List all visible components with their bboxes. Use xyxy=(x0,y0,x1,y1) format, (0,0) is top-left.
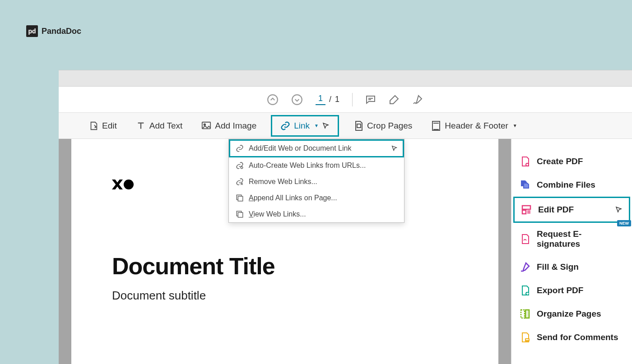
x-shape-icon xyxy=(112,180,123,189)
edit-button[interactable]: Edit xyxy=(84,118,121,134)
sidebar-item-label: Export PDF xyxy=(537,286,583,295)
crop-icon xyxy=(353,121,363,131)
image-icon xyxy=(201,121,211,131)
page-indicator: 1 / 1 xyxy=(316,94,339,105)
chevron-down-icon: ▼ xyxy=(314,123,319,128)
sidebar-create-pdf[interactable]: Create PDF xyxy=(511,150,632,173)
menu-item-label: Append All Links on Page... xyxy=(249,194,337,202)
cursor-icon xyxy=(322,122,330,129)
cursor-icon xyxy=(391,145,398,152)
svg-point-1 xyxy=(292,95,302,105)
link-append-icon xyxy=(235,194,244,203)
sidebar-edit-pdf[interactable]: Edit PDF xyxy=(513,197,630,223)
combine-files-icon xyxy=(520,180,530,190)
sidebar-item-label: Request E-signatures xyxy=(537,229,624,249)
sidebar-fill-sign[interactable]: Fill & Sign xyxy=(511,255,632,279)
sidebar-item-label: Fill & Sign xyxy=(537,262,579,272)
edit-toolbar: Edit Add Text Add Image Link ▼ xyxy=(59,113,632,139)
link-label: Link xyxy=(294,121,310,131)
canvas-area: Document Title Document subtitle Add/Edi… xyxy=(59,139,511,364)
menu-append-links[interactable]: Append All Links on Page... xyxy=(229,190,404,206)
svg-rect-9 xyxy=(238,212,243,217)
page-separator: / xyxy=(329,95,331,104)
fill-sign-icon xyxy=(520,262,530,272)
menu-item-label: Remove Web Links... xyxy=(249,178,317,186)
window-titlebar xyxy=(59,70,632,87)
menu-item-label: Add/Edit Web or Document Link xyxy=(249,144,351,152)
new-badge: NEW xyxy=(617,220,631,226)
sidebar-send-comments[interactable]: Send for Comments xyxy=(511,326,632,349)
page-current-input[interactable]: 1 xyxy=(316,94,325,105)
page-up-button[interactable] xyxy=(267,94,279,106)
menu-add-edit-link[interactable]: Add/Edit Web or Document Link xyxy=(229,139,404,157)
link-auto-icon xyxy=(235,161,244,170)
svg-point-5 xyxy=(241,166,243,169)
page-down-button[interactable] xyxy=(291,94,303,106)
link-button[interactable]: Link ▼ xyxy=(271,115,339,137)
organize-icon xyxy=(520,309,530,319)
svg-rect-11 xyxy=(522,206,530,209)
sidebar-item-label: Organize Pages xyxy=(537,309,601,319)
cursor-icon xyxy=(615,206,623,213)
nav-separator xyxy=(352,93,353,106)
header-footer-icon xyxy=(431,121,441,131)
create-pdf-icon xyxy=(520,156,530,167)
link-remove-icon xyxy=(235,177,244,186)
brand-name: PandaDoc xyxy=(42,27,81,36)
crop-pages-label: Crop Pages xyxy=(367,121,412,131)
svg-rect-7 xyxy=(238,196,243,201)
svg-rect-12 xyxy=(522,210,526,214)
esign-icon xyxy=(520,234,530,244)
menu-view-links[interactable]: View Web Links... xyxy=(229,206,404,222)
sidebar-request-esign[interactable]: Request E-signatures NEW xyxy=(511,223,632,255)
text-icon xyxy=(136,121,146,131)
sidebar-item-label: Create PDF xyxy=(537,157,583,166)
menu-auto-create-links[interactable]: Auto-Create Web Links from URLs... xyxy=(229,157,404,174)
chevron-down-icon: ▼ xyxy=(513,123,517,128)
export-pdf-icon xyxy=(520,285,530,296)
page-total: 1 xyxy=(335,95,339,104)
brand-logo-icon: pd xyxy=(26,25,38,37)
sidebar-item-label: Send for Comments xyxy=(537,332,618,342)
document-subtitle: Document subtitle xyxy=(112,289,458,303)
crop-pages-button[interactable]: Crop Pages xyxy=(349,118,417,134)
top-nav: 1 / 1 xyxy=(59,87,632,113)
edit-pdf-icon xyxy=(521,204,532,215)
header-footer-label: Header & Footer xyxy=(445,121,508,131)
menu-item-label: View Web Links... xyxy=(249,210,306,218)
app-frame: 1 / 1 Edit Add Text xyxy=(59,70,632,364)
link-add-icon xyxy=(235,144,244,153)
tools-sidebar: Create PDF Combine Files Edit PDF xyxy=(511,139,632,364)
sidebar-organize-pages[interactable]: Organize Pages xyxy=(511,302,632,326)
sign-icon[interactable] xyxy=(412,94,424,105)
sidebar-item-label: Combine Files xyxy=(537,180,595,190)
edit-label: Edit xyxy=(102,121,117,131)
add-text-button[interactable]: Add Text xyxy=(131,118,187,134)
svg-point-3 xyxy=(204,124,206,125)
sidebar-combine-files[interactable]: Combine Files xyxy=(511,173,632,197)
svg-rect-14 xyxy=(521,310,525,318)
link-icon xyxy=(280,121,290,131)
header-footer-button[interactable]: Header & Footer ▼ xyxy=(427,118,521,134)
svg-point-0 xyxy=(268,95,278,105)
link-dropdown-menu: Add/Edit Web or Document Link Auto-Creat… xyxy=(228,139,404,223)
highlight-icon[interactable] xyxy=(389,94,400,105)
send-comments-icon xyxy=(520,332,530,343)
sidebar-item-label: Edit PDF xyxy=(538,205,574,215)
sidebar-export-pdf[interactable]: Export PDF xyxy=(511,279,632,302)
menu-item-label: Auto-Create Web Links from URLs... xyxy=(249,161,366,170)
brand: pd PandaDoc xyxy=(26,25,81,37)
edit-icon xyxy=(88,121,98,131)
add-text-label: Add Text xyxy=(149,121,183,131)
document-title: Document Title xyxy=(112,253,458,280)
menu-remove-links[interactable]: Remove Web Links... xyxy=(229,174,404,190)
comment-icon[interactable] xyxy=(365,94,376,105)
link-view-icon xyxy=(235,210,244,219)
svg-rect-15 xyxy=(525,310,529,318)
add-image-label: Add Image xyxy=(215,121,256,131)
workspace: Document Title Document subtitle Add/Edi… xyxy=(59,139,632,364)
add-image-button[interactable]: Add Image xyxy=(197,118,261,134)
circle-shape-icon xyxy=(124,180,134,189)
